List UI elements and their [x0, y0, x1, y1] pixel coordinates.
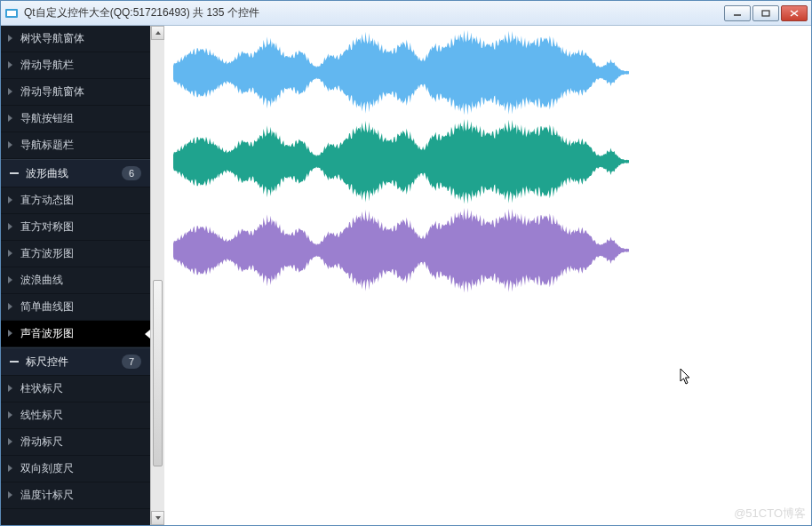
sidebar-item-label: 简单曲线图	[20, 299, 74, 315]
title-bar[interactable]: Qt自定义控件大全(QQ:517216493) 共 135 个控件	[1, 1, 811, 26]
sidebar-item-ruler-4[interactable]: 温度计标尺	[1, 482, 150, 509]
sidebar-group-ruler[interactable]: 标尺控件7	[1, 347, 150, 376]
scrollbar-track[interactable]	[150, 26, 164, 525]
scrollbar-thumb-area[interactable]	[151, 40, 164, 511]
sidebar-item-pre-1[interactable]: 滑动导航栏	[1, 52, 150, 79]
sidebar-item-wave-5[interactable]: 声音波形图	[1, 321, 150, 347]
sidebar-item-wave-1[interactable]: 直方对称图	[1, 214, 150, 241]
sidebar-group-title: 波形曲线	[26, 166, 122, 181]
sidebar-item-pre-3[interactable]: 导航按钮组	[1, 106, 150, 132]
sidebar-item-pre-4[interactable]: 导航标题栏	[1, 132, 150, 159]
maximize-button[interactable]	[752, 5, 779, 21]
sidebar-group-wave[interactable]: 波形曲线6	[1, 159, 150, 187]
chevron-right-icon	[8, 330, 12, 337]
window-title: Qt自定义控件大全(QQ:517216493) 共 135 个控件	[24, 5, 722, 20]
waveform-2	[173, 118, 629, 203]
scroll-up-button[interactable]	[151, 26, 164, 40]
chevron-right-icon	[8, 303, 12, 310]
cursor-icon	[680, 368, 692, 386]
chevron-right-icon	[8, 35, 12, 42]
sidebar[interactable]: 树状导航窗体滑动导航栏滑动导航窗体导航按钮组导航标题栏波形曲线6直方动态图直方对…	[1, 26, 150, 525]
chevron-right-icon	[8, 88, 12, 95]
collapse-icon	[10, 361, 19, 363]
svg-marker-6	[155, 31, 161, 35]
chevron-right-icon	[8, 196, 12, 203]
chevron-right-icon	[8, 250, 12, 257]
client-area: 树状导航窗体滑动导航栏滑动导航窗体导航按钮组导航标题栏波形曲线6直方动态图直方对…	[1, 26, 811, 525]
chevron-right-icon	[8, 385, 12, 392]
window-buttons	[722, 5, 808, 21]
sidebar-container: 树状导航窗体滑动导航栏滑动导航窗体导航按钮组导航标题栏波形曲线6直方动态图直方对…	[1, 26, 164, 525]
sidebar-group-badge: 6	[122, 166, 141, 180]
chevron-right-icon	[8, 61, 12, 68]
sidebar-item-ruler-2[interactable]: 滑动标尺	[1, 429, 150, 456]
sidebar-group-title: 标尺控件	[26, 355, 122, 370]
content-canvas: @51CTO博客	[164, 26, 811, 525]
sidebar-item-ruler-3[interactable]: 双向刻度尺	[1, 456, 150, 482]
svg-rect-1	[7, 11, 16, 16]
sidebar-item-label: 温度计标尺	[20, 488, 74, 503]
scroll-down-button[interactable]	[151, 511, 164, 525]
svg-marker-7	[155, 516, 161, 520]
close-button[interactable]	[781, 5, 808, 21]
chevron-right-icon	[8, 141, 12, 148]
sidebar-item-label: 滑动标尺	[20, 434, 63, 450]
sidebar-item-wave-4[interactable]: 简单曲线图	[1, 294, 150, 321]
sidebar-item-ruler-1[interactable]: 线性标尺	[1, 402, 150, 429]
sidebar-item-label: 滑动导航窗体	[20, 84, 84, 100]
waveform-3	[173, 207, 629, 291]
sidebar-item-wave-0[interactable]: 直方动态图	[1, 187, 150, 214]
scrollbar-thumb[interactable]	[153, 280, 163, 466]
sidebar-item-pre-0[interactable]: 树状导航窗体	[1, 26, 150, 52]
sidebar-item-label: 直方动态图	[20, 193, 74, 208]
chevron-right-icon	[8, 465, 12, 472]
app-window: Qt自定义控件大全(QQ:517216493) 共 135 个控件 树状导航窗体…	[0, 0, 812, 526]
sidebar-item-label: 线性标尺	[20, 408, 63, 423]
collapse-icon	[10, 172, 19, 174]
chevron-right-icon	[8, 411, 12, 418]
sidebar-item-label: 波浪曲线	[20, 273, 63, 288]
chevron-right-icon	[8, 276, 12, 283]
waveform-1	[173, 29, 629, 114]
sidebar-item-label: 声音波形图	[20, 326, 74, 341]
chevron-right-icon	[8, 115, 12, 122]
sidebar-item-label: 导航标题栏	[20, 138, 74, 153]
sidebar-item-label: 直方对称图	[20, 219, 74, 235]
sidebar-item-wave-3[interactable]: 波浪曲线	[1, 267, 150, 294]
sidebar-item-label: 树状导航窗体	[20, 31, 84, 46]
sidebar-item-ruler-0[interactable]: 柱状标尺	[1, 376, 150, 402]
svg-rect-3	[762, 11, 769, 16]
sidebar-item-label: 双向刻度尺	[20, 461, 74, 476]
sidebar-item-label: 导航按钮组	[20, 111, 74, 126]
sidebar-item-label: 滑动导航栏	[20, 58, 74, 73]
chevron-right-icon	[8, 223, 12, 230]
chevron-right-icon	[8, 438, 12, 445]
sidebar-item-wave-2[interactable]: 直方波形图	[1, 241, 150, 267]
sidebar-group-badge: 7	[122, 355, 141, 369]
minimize-button[interactable]	[724, 5, 751, 21]
sidebar-item-label: 直方波形图	[20, 246, 74, 261]
app-icon	[4, 6, 19, 20]
chevron-right-icon	[8, 491, 12, 498]
watermark: @51CTO博客	[734, 506, 806, 522]
sidebar-item-pre-2[interactable]: 滑动导航窗体	[1, 79, 150, 106]
sidebar-item-label: 柱状标尺	[20, 381, 63, 396]
